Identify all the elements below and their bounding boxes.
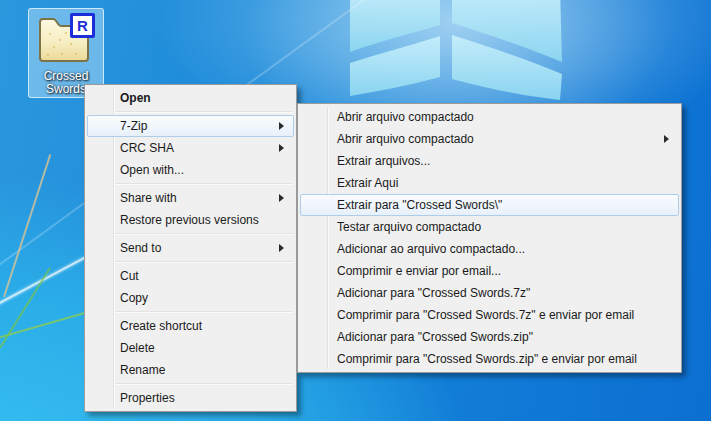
context-menu-item-label: Delete bbox=[120, 341, 155, 355]
submenu-arrow-icon bbox=[279, 244, 284, 252]
context-menu-item-label: Cut bbox=[120, 269, 139, 283]
7zip-submenu-item-extrair-aqui[interactable]: Extrair Aqui bbox=[300, 172, 679, 194]
light-streak bbox=[0, 267, 51, 349]
context-menu-separator bbox=[115, 233, 293, 235]
desktop: R Crossed Swords Open7-ZipCRC SHAOpen wi… bbox=[0, 0, 711, 421]
context-menu-item-open-with[interactable]: Open with... bbox=[87, 159, 294, 181]
7zip-submenu-item-extrair-arquivos[interactable]: Extrair arquivos... bbox=[300, 150, 679, 172]
context-menu-item-delete[interactable]: Delete bbox=[87, 337, 294, 359]
context-menu-item-label: Properties bbox=[120, 391, 175, 405]
7zip-submenu-item-label: Abrir arquivo compactado bbox=[337, 132, 474, 146]
7zip-submenu-item-comprimir-para-zip-e-email[interactable]: Comprimir para "Crossed Swords.zip" e en… bbox=[300, 348, 679, 370]
7zip-submenu-item-label: Extrair Aqui bbox=[337, 176, 398, 190]
context-menu-item-copy[interactable]: Copy bbox=[87, 287, 294, 309]
7zip-submenu-item-abrir-arquivo-compactado-2[interactable]: Abrir arquivo compactado bbox=[300, 128, 679, 150]
7zip-submenu: Abrir arquivo compactadoAbrir arquivo co… bbox=[297, 103, 682, 373]
context-menu-item-open[interactable]: Open bbox=[87, 87, 294, 109]
7zip-submenu-item-abrir-arquivo-compactado[interactable]: Abrir arquivo compactado bbox=[300, 106, 679, 128]
context-menu-separator bbox=[115, 383, 293, 385]
context-menu-item-label: Share with bbox=[120, 191, 177, 205]
7zip-submenu-item-label: Comprimir e enviar por email... bbox=[337, 264, 501, 278]
submenu-arrow-icon bbox=[279, 122, 284, 130]
context-menu-separator bbox=[115, 311, 293, 313]
context-menu-separator bbox=[115, 261, 293, 263]
context-menu-item-label: Rename bbox=[120, 363, 165, 377]
7zip-submenu-item-adicionar-ao-arquivo-compactado[interactable]: Adicionar ao arquivo compactado... bbox=[300, 238, 679, 260]
context-menu-item-label: Send to bbox=[120, 241, 161, 255]
rar-badge-letter: R bbox=[77, 17, 88, 34]
7zip-submenu-item-testar-arquivo-compactado[interactable]: Testar arquivo compactado bbox=[300, 216, 679, 238]
context-menu-item-properties[interactable]: Properties bbox=[87, 387, 294, 409]
7zip-submenu-item-comprimir-e-enviar-por-email[interactable]: Comprimir e enviar por email... bbox=[300, 260, 679, 282]
7zip-submenu-item-label: Adicionar para "Crossed Swords.7z" bbox=[337, 286, 530, 300]
7zip-submenu-item-label: Testar arquivo compactado bbox=[337, 220, 481, 234]
7zip-submenu-item-label: Adicionar para "Crossed Swords.zip" bbox=[337, 330, 533, 344]
light-streak bbox=[3, 154, 51, 297]
7zip-submenu-item-adicionar-para-zip[interactable]: Adicionar para "Crossed Swords.zip" bbox=[300, 326, 679, 348]
context-menu-item-7-zip[interactable]: 7-Zip bbox=[87, 115, 294, 137]
context-menu-separator bbox=[115, 183, 293, 185]
7zip-submenu-item-label: Extrair para "Crossed Swords\" bbox=[337, 198, 502, 212]
7zip-submenu-item-label: Extrair arquivos... bbox=[337, 154, 430, 168]
submenu-arrow-icon bbox=[279, 194, 284, 202]
context-menu-item-create-shortcut[interactable]: Create shortcut bbox=[87, 315, 294, 337]
context-menu-separator bbox=[115, 111, 293, 113]
context-menu-item-send-to[interactable]: Send to bbox=[87, 237, 294, 259]
7zip-submenu-item-extrair-para-pasta[interactable]: Extrair para "Crossed Swords\" bbox=[300, 194, 679, 216]
context-menu: Open7-ZipCRC SHAOpen with...Share withRe… bbox=[84, 84, 297, 412]
7zip-submenu-item-label: Comprimir para "Crossed Swords.7z" e env… bbox=[337, 308, 634, 322]
context-menu-item-restore-previous-versions[interactable]: Restore previous versions bbox=[87, 209, 294, 231]
7zip-submenu-item-label: Abrir arquivo compactado bbox=[337, 110, 474, 124]
context-menu-item-rename[interactable]: Rename bbox=[87, 359, 294, 381]
context-menu-item-label: Restore previous versions bbox=[120, 213, 259, 227]
context-menu-item-label: 7-Zip bbox=[120, 119, 147, 133]
7zip-submenu-item-label: Comprimir para "Crossed Swords.zip" e en… bbox=[337, 352, 637, 366]
context-menu-item-cut[interactable]: Cut bbox=[87, 265, 294, 287]
7zip-submenu-item-label: Adicionar ao arquivo compactado... bbox=[337, 242, 525, 256]
7zip-submenu-item-comprimir-para-7z-e-email[interactable]: Comprimir para "Crossed Swords.7z" e env… bbox=[300, 304, 679, 326]
context-menu-item-label: Copy bbox=[120, 291, 148, 305]
context-menu-item-label: CRC SHA bbox=[120, 141, 174, 155]
7zip-submenu-item-adicionar-para-7z[interactable]: Adicionar para "Crossed Swords.7z" bbox=[300, 282, 679, 304]
submenu-arrow-icon bbox=[279, 144, 284, 152]
context-menu-item-crc-sha[interactable]: CRC SHA bbox=[87, 137, 294, 159]
context-menu-item-label: Open with... bbox=[120, 163, 184, 177]
context-menu-item-share-with[interactable]: Share with bbox=[87, 187, 294, 209]
rar-badge-icon: R bbox=[70, 13, 95, 38]
submenu-arrow-icon bbox=[664, 135, 669, 143]
context-menu-item-label: Create shortcut bbox=[120, 319, 202, 333]
context-menu-item-label: Open bbox=[120, 91, 151, 105]
